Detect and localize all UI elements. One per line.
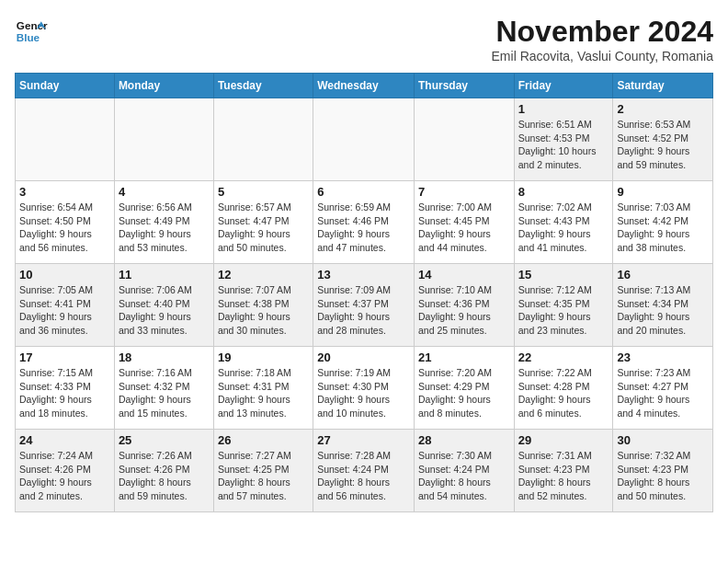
day-number: 21 (418, 350, 510, 364)
day-info: Sunrise: 7:09 AM Sunset: 4:37 PM Dayligh… (317, 283, 410, 338)
calendar-week-4: 24Sunrise: 7:24 AM Sunset: 4:26 PM Dayli… (16, 430, 713, 512)
day-number: 26 (218, 433, 309, 447)
day-info: Sunrise: 7:16 AM Sunset: 4:32 PM Dayligh… (119, 366, 210, 420)
calendar-cell: 26Sunrise: 7:27 AM Sunset: 4:25 PM Dayli… (213, 430, 313, 512)
calendar-cell: 18Sunrise: 7:16 AM Sunset: 4:32 PM Dayli… (114, 347, 213, 430)
day-info: Sunrise: 7:05 AM Sunset: 4:41 PM Dayligh… (19, 283, 110, 338)
calendar-cell: 15Sunrise: 7:12 AM Sunset: 4:35 PM Dayli… (514, 264, 613, 347)
day-number: 5 (218, 185, 309, 199)
day-info: Sunrise: 7:15 AM Sunset: 4:33 PM Dayligh… (19, 366, 110, 420)
day-number: 18 (119, 350, 210, 364)
calendar-week-3: 17Sunrise: 7:15 AM Sunset: 4:33 PM Dayli… (16, 347, 713, 430)
header: General Blue November 2024 Emil Racovita… (15, 15, 713, 63)
day-number: 2 (617, 102, 709, 116)
calendar-cell: 24Sunrise: 7:24 AM Sunset: 4:26 PM Dayli… (16, 430, 115, 512)
day-header-monday: Monday (114, 74, 213, 98)
day-number: 7 (418, 185, 510, 199)
day-number: 1 (518, 102, 609, 116)
day-info: Sunrise: 7:10 AM Sunset: 4:36 PM Dayligh… (418, 283, 510, 338)
day-info: Sunrise: 7:24 AM Sunset: 4:26 PM Dayligh… (19, 449, 110, 503)
svg-text:Blue: Blue (17, 31, 40, 43)
calendar-cell (414, 98, 514, 181)
day-header-friday: Friday (514, 74, 613, 98)
day-info: Sunrise: 7:32 AM Sunset: 4:23 PM Dayligh… (617, 449, 709, 503)
calendar-cell (114, 98, 213, 181)
day-info: Sunrise: 7:20 AM Sunset: 4:29 PM Dayligh… (418, 366, 510, 420)
calendar-cell: 19Sunrise: 7:18 AM Sunset: 4:31 PM Dayli… (213, 347, 313, 430)
day-info: Sunrise: 7:06 AM Sunset: 4:40 PM Dayligh… (119, 283, 210, 338)
day-info: Sunrise: 7:27 AM Sunset: 4:25 PM Dayligh… (218, 449, 309, 503)
day-number: 27 (317, 433, 410, 447)
calendar-cell: 11Sunrise: 7:06 AM Sunset: 4:40 PM Dayli… (114, 264, 213, 347)
day-number: 14 (418, 268, 510, 282)
day-info: Sunrise: 7:31 AM Sunset: 4:23 PM Dayligh… (518, 449, 609, 503)
calendar-cell: 16Sunrise: 7:13 AM Sunset: 4:34 PM Dayli… (613, 264, 713, 347)
calendar-header: SundayMondayTuesdayWednesdayThursdayFrid… (16, 74, 713, 98)
day-info: Sunrise: 7:18 AM Sunset: 4:31 PM Dayligh… (218, 366, 309, 420)
day-info: Sunrise: 7:23 AM Sunset: 4:27 PM Dayligh… (617, 366, 709, 420)
day-number: 9 (617, 185, 709, 199)
day-info: Sunrise: 6:54 AM Sunset: 4:50 PM Dayligh… (19, 201, 110, 255)
calendar-cell (16, 98, 115, 181)
day-number: 8 (518, 185, 609, 199)
calendar-cell: 28Sunrise: 7:30 AM Sunset: 4:24 PM Dayli… (414, 430, 514, 512)
day-number: 30 (617, 433, 709, 447)
title-area: November 2024 Emil Racovita, Vaslui Coun… (492, 15, 713, 63)
calendar-cell: 2Sunrise: 6:53 AM Sunset: 4:52 PM Daylig… (613, 98, 713, 181)
day-header-thursday: Thursday (414, 74, 514, 98)
day-info: Sunrise: 7:03 AM Sunset: 4:42 PM Dayligh… (617, 201, 709, 255)
calendar-cell: 20Sunrise: 7:19 AM Sunset: 4:30 PM Dayli… (313, 347, 415, 430)
day-number: 4 (119, 185, 210, 199)
calendar-cell: 8Sunrise: 7:02 AM Sunset: 4:43 PM Daylig… (514, 181, 613, 264)
month-title: November 2024 (492, 15, 713, 49)
calendar-cell: 9Sunrise: 7:03 AM Sunset: 4:42 PM Daylig… (613, 181, 713, 264)
day-header-sunday: Sunday (16, 74, 115, 98)
day-info: Sunrise: 6:59 AM Sunset: 4:46 PM Dayligh… (317, 201, 410, 255)
day-info: Sunrise: 7:00 AM Sunset: 4:45 PM Dayligh… (418, 201, 510, 255)
calendar-cell: 21Sunrise: 7:20 AM Sunset: 4:29 PM Dayli… (414, 347, 514, 430)
calendar-cell: 14Sunrise: 7:10 AM Sunset: 4:36 PM Dayli… (414, 264, 514, 347)
day-info: Sunrise: 6:51 AM Sunset: 4:53 PM Dayligh… (518, 118, 609, 172)
day-number: 28 (418, 433, 510, 447)
day-number: 24 (19, 433, 110, 447)
day-info: Sunrise: 7:22 AM Sunset: 4:28 PM Dayligh… (518, 366, 609, 420)
day-info: Sunrise: 7:02 AM Sunset: 4:43 PM Dayligh… (518, 201, 609, 255)
day-number: 25 (119, 433, 210, 447)
calendar-table: SundayMondayTuesdayWednesdayThursdayFrid… (15, 73, 713, 512)
day-info: Sunrise: 7:28 AM Sunset: 4:24 PM Dayligh… (317, 449, 410, 503)
day-info: Sunrise: 6:57 AM Sunset: 4:47 PM Dayligh… (218, 201, 309, 255)
calendar-week-1: 3Sunrise: 6:54 AM Sunset: 4:50 PM Daylig… (16, 181, 713, 264)
day-number: 6 (317, 185, 410, 199)
calendar-cell: 22Sunrise: 7:22 AM Sunset: 4:28 PM Dayli… (514, 347, 613, 430)
day-number: 23 (617, 350, 709, 364)
day-number: 10 (19, 268, 110, 282)
calendar-cell: 4Sunrise: 6:56 AM Sunset: 4:49 PM Daylig… (114, 181, 213, 264)
day-info: Sunrise: 7:19 AM Sunset: 4:30 PM Dayligh… (317, 366, 410, 420)
calendar-cell: 6Sunrise: 6:59 AM Sunset: 4:46 PM Daylig… (313, 181, 415, 264)
calendar-cell: 13Sunrise: 7:09 AM Sunset: 4:37 PM Dayli… (313, 264, 415, 347)
calendar-cell: 29Sunrise: 7:31 AM Sunset: 4:23 PM Dayli… (514, 430, 613, 512)
day-info: Sunrise: 6:53 AM Sunset: 4:52 PM Dayligh… (617, 118, 709, 172)
day-header-wednesday: Wednesday (313, 74, 415, 98)
calendar-week-0: 1Sunrise: 6:51 AM Sunset: 4:53 PM Daylig… (16, 98, 713, 181)
calendar-cell: 25Sunrise: 7:26 AM Sunset: 4:26 PM Dayli… (114, 430, 213, 512)
day-number: 29 (518, 433, 609, 447)
day-info: Sunrise: 7:13 AM Sunset: 4:34 PM Dayligh… (617, 283, 709, 338)
subtitle: Emil Racovita, Vaslui County, Romania (492, 49, 713, 63)
calendar-cell: 5Sunrise: 6:57 AM Sunset: 4:47 PM Daylig… (213, 181, 313, 264)
day-number: 22 (518, 350, 609, 364)
calendar-cell (213, 98, 313, 181)
calendar-cell: 12Sunrise: 7:07 AM Sunset: 4:38 PM Dayli… (213, 264, 313, 347)
day-number: 19 (218, 350, 309, 364)
day-number: 20 (317, 350, 410, 364)
day-number: 13 (317, 268, 410, 282)
logo: General Blue (15, 15, 48, 48)
day-header-saturday: Saturday (613, 74, 713, 98)
day-number: 3 (19, 185, 110, 199)
day-number: 16 (617, 268, 709, 282)
day-info: Sunrise: 7:26 AM Sunset: 4:26 PM Dayligh… (119, 449, 210, 503)
day-info: Sunrise: 7:30 AM Sunset: 4:24 PM Dayligh… (418, 449, 510, 503)
calendar-cell: 30Sunrise: 7:32 AM Sunset: 4:23 PM Dayli… (613, 430, 713, 512)
day-info: Sunrise: 6:56 AM Sunset: 4:49 PM Dayligh… (119, 201, 210, 255)
calendar-cell (313, 98, 415, 181)
